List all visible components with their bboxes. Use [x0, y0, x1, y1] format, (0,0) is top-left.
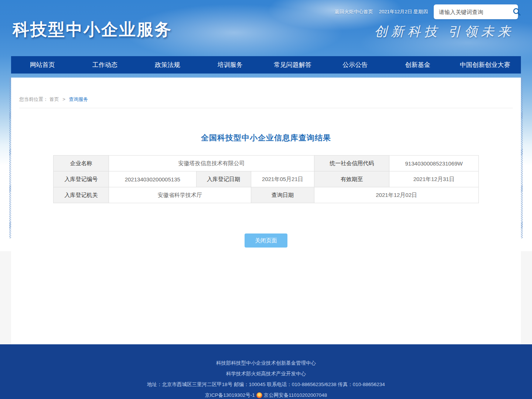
nav-item-announcements[interactable]: 公示公告: [324, 61, 386, 69]
page-footer: 科技部科技型中小企业技术创新基金管理中心 科学技术部火炬高技术产业开发中心 地址…: [0, 344, 532, 399]
value-registration-number: 202134030200005135: [109, 171, 196, 187]
page-header: 科技型中小企业服务 创新科技 引领未来 返回火炬中心首页 2021年12月2日 …: [0, 0, 532, 56]
nav-item-innovation-competition[interactable]: 中国创新创业大赛: [449, 61, 521, 69]
nav-item-work-news[interactable]: 工作动态: [74, 61, 136, 69]
slogan-text: 创新科技 引领未来: [374, 23, 514, 40]
nav-item-policies[interactable]: 政策法规: [136, 61, 199, 69]
breadcrumb-separator: >: [62, 96, 65, 102]
close-page-button[interactable]: 关闭页面: [245, 233, 287, 248]
public-security-link[interactable]: 京公网安备11010202007048: [264, 390, 327, 399]
search-input[interactable]: [439, 9, 512, 15]
footer-org-line-1: 科技部科技型中小企业技术创新基金管理中心: [0, 358, 532, 368]
label-registration-number: 入库登记编号: [54, 171, 109, 187]
nav-item-training[interactable]: 培训服务: [199, 61, 261, 69]
breadcrumb-current-link[interactable]: 查询服务: [69, 96, 88, 102]
table-row: 入库登记编号 202134030200005135 入库登记日期 2021年05…: [54, 171, 479, 187]
value-valid-until: 2021年12月31日: [389, 171, 479, 187]
breadcrumb-prefix: 您当前位置：: [19, 96, 48, 102]
header-top-bar: 返回火炬中心首页 2021年12月2日 星期四: [335, 4, 518, 19]
footer-icp-line: 京ICP备13019302号-1 京公网安备11010202007048: [0, 390, 532, 399]
value-registration-authority: 安徽省科学技术厅: [109, 187, 251, 203]
page-title: 全国科技型中小企业信息库查询结果: [11, 133, 521, 143]
label-company-name: 企业名称: [54, 156, 109, 171]
query-result-table: 企业名称 安徽塔孜信息技术有限公司 统一社会信用代码 9134030008523…: [53, 155, 479, 203]
breadcrumb: 您当前位置： 首页 > 查询服务: [19, 78, 513, 108]
return-torch-center-link[interactable]: 返回火炬中心首页: [335, 8, 373, 15]
police-badge-icon: [256, 392, 262, 398]
value-credit-code: 91340300085231069W: [389, 156, 479, 171]
search-icon[interactable]: [512, 7, 521, 17]
footer-contact-line: 地址：北京市西城区三里河二区甲18号 邮编：100045 联系电话：010-88…: [0, 379, 532, 390]
label-registration-authority: 入库登记机关: [54, 187, 109, 203]
label-valid-until: 有效期至: [314, 171, 389, 187]
value-query-date: 2021年12月02日: [314, 187, 479, 203]
value-company-name: 安徽塔孜信息技术有限公司: [109, 156, 314, 171]
label-credit-code: 统一社会信用代码: [314, 156, 389, 171]
content-card: 您当前位置： 首页 > 查询服务 全国科技型中小企业信息库查询结果 企业名称 安…: [11, 78, 521, 344]
nav-item-home[interactable]: 网站首页: [11, 61, 74, 69]
label-registration-date: 入库登记日期: [196, 171, 251, 187]
site-title: 科技型中小企业服务: [13, 18, 172, 41]
main-navigation: 网站首页 工作动态 政策法规 培训服务 常见问题解答 公示公告 创新基金 中国创…: [11, 56, 521, 74]
label-query-date: 查询日期: [251, 187, 314, 203]
icp-license-link[interactable]: 京ICP备13019302号-1: [205, 390, 255, 399]
footer-org-line-2: 科学技术部火炬高技术产业开发中心: [0, 368, 532, 379]
table-row: 企业名称 安徽塔孜信息技术有限公司 统一社会信用代码 9134030008523…: [54, 156, 479, 171]
current-date: 2021年12月2日 星期四: [379, 8, 428, 15]
nav-item-innovation-fund[interactable]: 创新基金: [386, 61, 449, 69]
table-row: 入库登记机关 安徽省科学技术厅 查询日期 2021年12月02日: [54, 187, 479, 203]
search-box: [434, 4, 518, 19]
value-registration-date: 2021年05月21日: [251, 171, 314, 187]
breadcrumb-home-link[interactable]: 首页: [50, 96, 59, 102]
nav-item-faq[interactable]: 常见问题解答: [261, 61, 324, 69]
